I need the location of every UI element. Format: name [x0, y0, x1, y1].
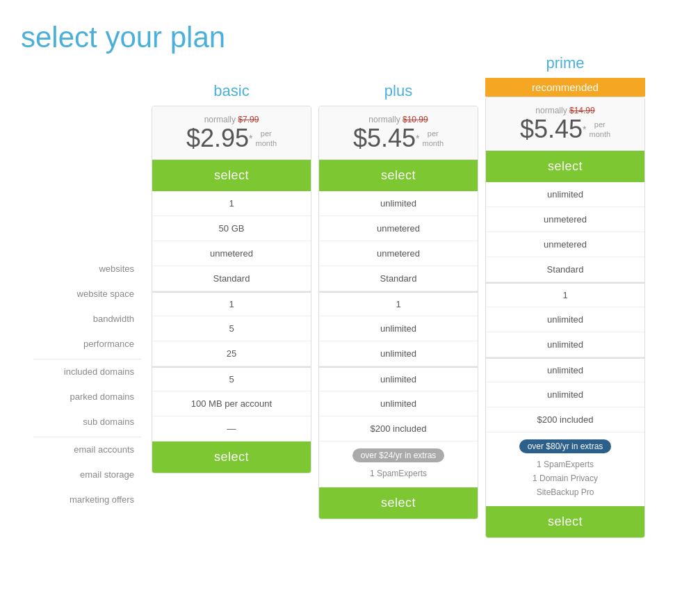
extras-badge-plus: over $24/yr in extras: [352, 448, 445, 462]
plan-select-bottom-plus[interactable]: select: [319, 487, 478, 519]
feature-val-prime-sub-domains: unlimited: [486, 332, 644, 357]
feature-val-prime-website-space: unmetered: [486, 207, 644, 232]
feature-label-email-storage: email storage: [33, 462, 141, 487]
feature-val-plus-email-storage: unlimited: [319, 391, 478, 416]
plan-pricing-plus: normally $10.99$5.45 *per month: [319, 106, 478, 160]
plan-price-asterisk-basic: *: [249, 133, 252, 144]
plan-select-top-plus[interactable]: select: [319, 160, 478, 191]
plan-col-plus: plusnormally $10.99$5.45 *per monthselec…: [318, 75, 478, 519]
feature-val-plus-performance: Standard: [319, 266, 478, 291]
feature-val-plus-website-space: unmetered: [319, 216, 478, 241]
extras-item-prime-2: SiteBackup Pro: [492, 485, 639, 499]
feature-val-basic-included-domains: 1: [152, 291, 311, 316]
feature-val-basic-parked-domains: 5: [152, 316, 311, 341]
plan-price-prime: $5.45: [520, 115, 583, 143]
feature-label-bandwidth: bandwidth: [33, 306, 141, 331]
plans-container: websiteswebsite spacebandwidthperformanc…: [14, 75, 668, 538]
plan-price-basic: $2.95: [186, 124, 249, 152]
plan-name-plus: plus: [318, 75, 478, 106]
feature-val-prime-marketing-offers: $200 included: [486, 407, 644, 432]
plan-extras-prime: over $80/yr in extras1 SpamExperts1 Doma…: [486, 432, 644, 506]
plan-price-plus: $5.45: [353, 124, 416, 152]
plan-card-plus: normally $10.99$5.45 *per monthselectunl…: [318, 106, 478, 519]
extras-item-prime-0: 1 SpamExperts: [492, 457, 639, 471]
feature-label-sub-domains: sub domains: [33, 409, 141, 434]
feature-val-plus-parked-domains: unlimited: [319, 316, 478, 341]
feature-val-basic-marketing-offers: —: [152, 416, 311, 441]
plan-card-prime: normally $14.99$5.45 *per monthselectunl…: [485, 97, 645, 538]
feature-val-basic-email-accounts: 5: [152, 366, 311, 391]
feature-val-basic-email-storage: 100 MB per account: [152, 391, 311, 416]
plan-price-asterisk-prime: *: [583, 124, 586, 135]
feature-val-prime-performance: Standard: [486, 257, 644, 282]
feature-val-plus-sub-domains: unlimited: [319, 341, 478, 366]
feature-val-prime-bandwidth: unmetered: [486, 232, 644, 257]
plan-per-basic: per month: [255, 129, 277, 149]
plan-col-basic: basicnormally $7.99$2.95 *per monthselec…: [152, 75, 311, 473]
feature-label-parked-domains: parked domains: [33, 384, 141, 409]
feature-val-plus-bandwidth: unmetered: [319, 241, 478, 266]
plan-name-prime: prime: [485, 47, 645, 78]
feature-val-basic-sub-domains: 25: [152, 341, 311, 366]
feature-val-basic-performance: Standard: [152, 266, 311, 291]
feature-val-basic-websites: 1: [152, 191, 311, 216]
plan-card-basic: normally $7.99$2.95 *per monthselect150 …: [152, 106, 311, 473]
plan-extras-plus: over $24/yr in extras1 SpamExperts: [319, 441, 478, 487]
plan-select-bottom-prime[interactable]: select: [486, 506, 644, 537]
feature-val-plus-included-domains: 1: [319, 291, 478, 316]
plan-normally-plus: normally $10.99: [326, 115, 471, 124]
plan-col-prime: primerecommendednormally $14.99$5.45 *pe…: [485, 47, 645, 538]
plan-features-plus: unlimitedunmeteredunmeteredStandard1unli…: [319, 191, 478, 441]
feature-val-prime-included-domains: 1: [486, 282, 644, 307]
feature-val-prime-parked-domains: unlimited: [486, 307, 644, 332]
plan-recommended-badge: recommended: [485, 78, 645, 97]
feature-val-plus-email-accounts: unlimited: [319, 366, 478, 391]
extras-badge-prime: over $80/yr in extras: [519, 439, 612, 453]
feature-labels: websiteswebsite spacebandwidthperformanc…: [33, 75, 148, 512]
feature-label-marketing-offers: marketing offers: [33, 487, 141, 512]
feature-val-basic-bandwidth: unmetered: [152, 241, 311, 266]
plan-select-top-basic[interactable]: select: [152, 160, 311, 191]
feature-label-websites: websites: [33, 256, 141, 281]
plan-select-bottom-basic[interactable]: select: [152, 441, 311, 473]
extras-item-prime-1: 1 Domain Privacy: [492, 471, 639, 485]
feature-label-performance: performance: [33, 331, 141, 356]
plan-select-top-prime[interactable]: select: [486, 151, 644, 182]
feature-val-prime-websites: unlimited: [486, 182, 644, 207]
plan-features-basic: 150 GBunmeteredStandard15255100 MB per a…: [152, 191, 311, 441]
feature-label-email-accounts: email accounts: [33, 437, 141, 462]
feature-val-prime-email-storage: unlimited: [486, 382, 644, 407]
plan-features-prime: unlimitedunmeteredunmeteredStandard1unli…: [486, 182, 644, 432]
plan-pricing-basic: normally $7.99$2.95 *per month: [152, 106, 311, 160]
feature-val-plus-websites: unlimited: [319, 191, 478, 216]
plan-per-plus: per month: [422, 129, 444, 149]
plan-per-prime: per month: [589, 120, 610, 140]
plan-normally-prime: normally $14.99: [493, 106, 638, 115]
plan-price-asterisk-plus: *: [416, 133, 419, 144]
feature-label-included-domains: included domains: [33, 359, 141, 384]
feature-val-prime-email-accounts: unlimited: [486, 357, 644, 382]
plan-normally-basic: normally $7.99: [159, 115, 304, 124]
feature-val-basic-website-space: 50 GB: [152, 216, 311, 241]
plan-name-basic: basic: [152, 75, 311, 106]
feature-label-website-space: website space: [33, 281, 141, 306]
feature-val-plus-marketing-offers: $200 included: [319, 416, 478, 441]
plan-pricing-prime: normally $14.99$5.45 *per month: [486, 97, 644, 151]
extras-item-plus-0: 1 SpamExperts: [325, 467, 472, 480]
